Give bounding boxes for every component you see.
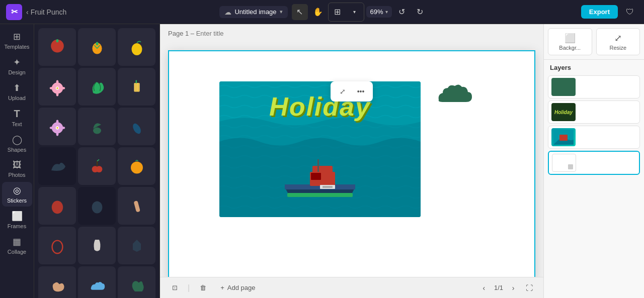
resize-label: Resize — [609, 45, 626, 51]
export-button[interactable]: Export — [581, 5, 618, 19]
back-button[interactable]: ‹ Fruit Punch — [26, 8, 66, 16]
canvas-image[interactable]: Holiday — [219, 81, 421, 217]
layer-item-holiday[interactable]: Holiday — [548, 101, 640, 124]
svg-point-24 — [49, 127, 53, 129]
doc-icon: ☁ — [224, 8, 231, 16]
undo-button[interactable]: ↺ — [394, 4, 410, 20]
duplicate-page-button[interactable]: ⊡ — [168, 282, 182, 293]
list-item[interactable] — [78, 187, 116, 225]
layer-thumbnail-holiday: Holiday — [551, 103, 576, 121]
canvas-scroll[interactable]: ⤢ ••• — [160, 42, 543, 277]
page-title-input[interactable] — [196, 30, 281, 37]
svg-point-10 — [56, 80, 58, 84]
back-arrow: ‹ — [26, 8, 29, 16]
list-item[interactable] — [118, 28, 155, 66]
list-item[interactable] — [38, 147, 76, 185]
shapes-label: Shapes — [8, 147, 26, 153]
sidebar-item-text[interactable]: T Text — [2, 105, 32, 130]
svg-rect-42 — [311, 173, 321, 180]
svg-rect-3 — [96, 42, 98, 45]
frames-label: Frames — [8, 223, 26, 229]
list-item[interactable] — [78, 147, 116, 185]
background-button[interactable]: ⬜ Backgr... — [548, 28, 592, 55]
add-page-icon: + — [220, 284, 224, 291]
svg-point-33 — [51, 201, 62, 214]
layout-tool-button[interactable]: ⊞ — [330, 4, 346, 20]
doc-title-area[interactable]: ☁ Untitled image ▾ — [219, 6, 287, 18]
sidebar-nav: ⊞ Templates ✦ Design ⬆ Upload T Text ◯ S… — [0, 24, 34, 298]
templates-label: Templates — [4, 44, 29, 50]
list-item[interactable] — [78, 28, 116, 66]
list-item[interactable] — [38, 187, 76, 225]
svg-point-9 — [56, 87, 58, 88]
svg-point-26 — [93, 127, 101, 134]
right-panel: ⬜ Backgr... ⤢ Resize Layers — [543, 24, 644, 298]
zoom-chevron: ▾ — [385, 9, 388, 15]
redo-button[interactable]: ↻ — [412, 4, 428, 20]
layer-item-photo[interactable] — [548, 126, 640, 149]
resize-icon: ⤢ — [614, 33, 622, 44]
list-item[interactable] — [118, 108, 155, 145]
svg-point-29 — [96, 166, 102, 172]
sidebar-item-photos[interactable]: 🖼 Photos — [2, 157, 32, 181]
more-options-button[interactable]: ••• — [353, 83, 369, 100]
page-label: Page 1 – — [168, 30, 194, 37]
fit-page-button[interactable]: ⛶ — [523, 282, 535, 294]
svg-point-12 — [49, 87, 53, 89]
topbar-right: Export 🛡 — [581, 4, 638, 20]
list-item[interactable] — [118, 147, 155, 185]
delete-page-button[interactable]: 🗑 — [196, 282, 210, 293]
stickers-label: Stickers — [7, 197, 27, 204]
select-tool-button[interactable]: ↖ — [292, 4, 308, 20]
list-item[interactable] — [118, 266, 155, 298]
sidebar-item-collage[interactable]: ▦ Collage — [2, 233, 32, 258]
svg-rect-18 — [135, 80, 136, 83]
sidebar-item-frames[interactable]: ⬜ Frames — [2, 208, 32, 232]
layer-item-empty[interactable] — [548, 151, 640, 175]
add-page-button[interactable]: + Add page — [216, 282, 259, 293]
boat-element — [275, 157, 365, 207]
list-item[interactable] — [38, 108, 76, 145]
layout-chevron-button[interactable]: ▾ — [347, 4, 363, 20]
svg-point-6 — [131, 43, 142, 55]
svg-point-27 — [131, 122, 142, 135]
templates-icon: ⊞ — [13, 31, 21, 42]
prev-page-button[interactable]: ‹ — [478, 282, 490, 294]
expand-button[interactable]: ⤢ — [335, 83, 351, 100]
shield-button[interactable]: 🛡 — [622, 4, 638, 20]
list-item[interactable] — [38, 28, 76, 66]
zoom-control[interactable]: 69% ▾ — [366, 6, 392, 18]
layer-item-cloud[interactable] — [548, 75, 640, 98]
list-item[interactable] — [38, 68, 76, 106]
canvas-frame: ⤢ ••• — [168, 50, 535, 277]
list-item[interactable] — [78, 68, 116, 106]
list-item[interactable] — [78, 227, 116, 264]
sidebar-item-shapes[interactable]: ◯ Shapes — [2, 131, 32, 156]
sidebar-item-templates[interactable]: ⊞ Templates — [2, 28, 32, 53]
resize-button[interactable]: ⤢ Resize — [596, 28, 640, 55]
svg-rect-35 — [133, 200, 140, 212]
panel-buttons-row: ⬜ Backgr... ⤢ Resize — [548, 28, 640, 55]
stickers-icon: ◎ — [13, 185, 21, 196]
sidebar-item-design[interactable]: ✦ Design — [2, 54, 32, 78]
list-item[interactable] — [38, 266, 76, 298]
hand-tool-button[interactable]: ✋ — [310, 4, 326, 20]
list-item[interactable] — [118, 68, 155, 106]
zoom-value: 69% — [370, 8, 383, 16]
photos-label: Photos — [8, 172, 25, 178]
svg-rect-51 — [568, 164, 573, 169]
list-item[interactable] — [38, 227, 76, 264]
cloud-sticker-element[interactable] — [434, 79, 474, 113]
sidebar-item-upload[interactable]: ⬆ Upload — [2, 79, 32, 104]
topbar-tools: ↖ ✋ ⊞ ▾ 69% ▾ ↺ ↻ — [292, 3, 428, 22]
page-number: 1/1 — [494, 284, 503, 291]
list-item[interactable] — [118, 187, 155, 225]
list-item[interactable] — [78, 266, 116, 298]
sidebar-item-stickers[interactable]: ◎ Stickers — [2, 182, 32, 207]
background-icon: ⬜ — [565, 33, 576, 44]
divider: | — [188, 283, 190, 292]
list-item[interactable] — [118, 227, 155, 264]
svg-rect-49 — [559, 135, 568, 141]
list-item[interactable] — [78, 108, 116, 145]
next-page-button[interactable]: › — [507, 282, 519, 294]
